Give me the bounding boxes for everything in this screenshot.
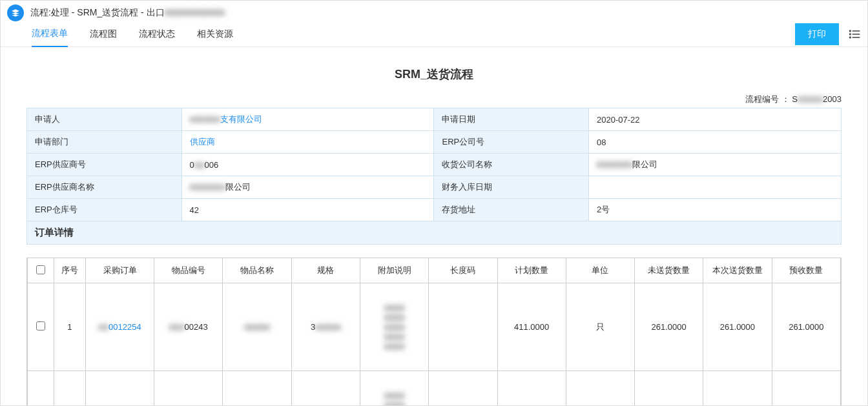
label-supplier-no: ERP供应商号 [27,154,182,176]
cell-pre-qty: 53.0000 [772,371,840,407]
print-button[interactable]: 打印 [795,23,839,45]
col-pre-qty: 预收数量 [772,258,840,283]
col-len: 长度码 [429,258,497,283]
col-unit: 单位 [566,258,634,283]
flow-number: 流程编号 ： S■■■■■2003 [26,94,842,105]
detail-table: 序号 采购订单 物品编号 物品名称 规格 附加说明 长度码 计划数量 单位 未送… [27,258,841,406]
svg-point-0 [850,30,851,32]
value-warehouse: 42 [181,199,434,221]
svg-point-2 [850,34,851,35]
info-table: 申请人 ■■■■■■支有限公司 申请日期 2020-07-22 申请部门 供应商… [26,108,842,221]
form-title: SRM_送货流程 [26,66,842,82]
cell-seq: 1 [54,283,85,371]
label-address: 存货地址 [434,199,589,221]
col-unsent-qty: 未送货数量 [635,258,703,283]
cell-spec: VA■■■■■ [291,371,360,407]
value-dept[interactable]: 供应商 [181,131,434,154]
cell-unsent-qty: 53.0000 [635,371,703,407]
content-area: SRM_送货流程 流程编号 ： S■■■■■2003 申请人 ■■■■■■支有限… [1,47,867,406]
value-apply-date: 2020-07-22 [589,108,842,131]
cell-item-no: ■■■243 [154,371,223,407]
cell-plan-qty: 411.0000 [497,283,566,371]
cell-po[interactable]: ■■20012454 [85,371,154,407]
cell-unit: 只 [566,283,634,371]
value-erp-co: 08 [589,131,842,154]
tabs-bar: 流程表单 流程图 流程状态 相关资源 打印 [1,21,867,47]
detail-header-row: 序号 采购订单 物品编号 物品名称 规格 附加说明 长度码 计划数量 单位 未送… [28,258,841,283]
section-order-detail: 订单详情 [26,221,842,245]
col-seq: 序号 [54,258,85,283]
value-recv-co: ■■■■■■■限公司 [589,154,842,176]
label-apply-date: 申请日期 [434,108,589,131]
cell-unsent-qty: 261.0000 [635,283,703,371]
cell-pre-qty: 261.0000 [772,283,840,371]
detail-table-wrap: 序号 采购订单 物品编号 物品名称 规格 附加说明 长度码 计划数量 单位 未送… [26,258,842,406]
value-applicant[interactable]: ■■■■■■支有限公司 [181,108,434,131]
value-address: 2号 [589,199,842,221]
cell-len [429,283,497,371]
table-row: 1■■0012254■■■00243■■■■■3■■■■■■■■■■■■■■■■… [28,283,841,371]
value-supplier-no: 0■■006 [181,154,434,176]
col-po: 采购订单 [85,258,154,283]
cell-extra: ■■■■■■■■■■■■■■■■■■■■ [360,371,428,407]
label-warehouse: ERP仓库号 [27,199,182,221]
value-fin-date [589,176,842,199]
cell-item-name: ■■■■■ [223,283,291,371]
col-item-name: 物品名称 [223,258,291,283]
col-spec: 规格 [291,258,360,283]
row-checkbox[interactable] [36,321,45,330]
window-header: 流程:处理 - SRM_送货流程 - 出口■■■■■■■■■■■ [1,1,867,21]
list-menu-icon[interactable] [848,28,861,41]
cell-unit: 只 [566,371,634,407]
tab-status[interactable]: 流程状态 [139,22,175,46]
label-applicant: 申请人 [27,108,182,131]
cell-spec: 3■■■■■ [291,283,360,371]
cell-item-no: ■■■00243 [154,283,223,371]
table-row: 2■■20012454■■■243■■■■■VA■■■■■■■■■■■■■■■■… [28,371,841,407]
cell-cur-qty: 261.0000 [703,283,772,371]
label-fin-date: 财务入库日期 [434,176,589,199]
redacted-text: ■■■■■■■■■■■ [165,7,225,17]
cell-extra: ■■■■■■■■■■■■■■■■■■■■ [360,283,428,371]
cell-cur-qty: 53.0000 [703,371,772,407]
cell-po[interactable]: ■■0012254 [85,283,154,371]
col-item-no: 物品编号 [154,258,223,283]
label-recv-co: 收货公司名称 [434,154,589,176]
tab-diagram[interactable]: 流程图 [90,22,117,46]
tab-form[interactable]: 流程表单 [32,21,68,47]
tab-resources[interactable]: 相关资源 [197,22,233,46]
label-dept: 申请部门 [27,131,182,154]
cell-len [429,371,497,407]
col-plan-qty: 计划数量 [497,258,566,283]
cell-seq: 2 [54,371,85,407]
col-cur-qty: 本次送货数量 [703,258,772,283]
app-logo-icon [7,5,24,21]
select-all-checkbox[interactable] [36,265,45,274]
label-erp-co: ERP公司号 [434,131,589,154]
label-supplier-name: ERP供应商名称 [27,176,182,199]
cell-item-name: ■■■■■ [223,371,291,407]
value-supplier-name: ■■■■■■■限公司 [181,176,434,199]
window-title: 流程:处理 - SRM_送货流程 - 出口■■■■■■■■■■■ [30,7,225,19]
svg-point-4 [850,37,851,38]
cell-plan-qty: 53.0000 [497,371,566,407]
col-extra: 附加说明 [360,258,428,283]
